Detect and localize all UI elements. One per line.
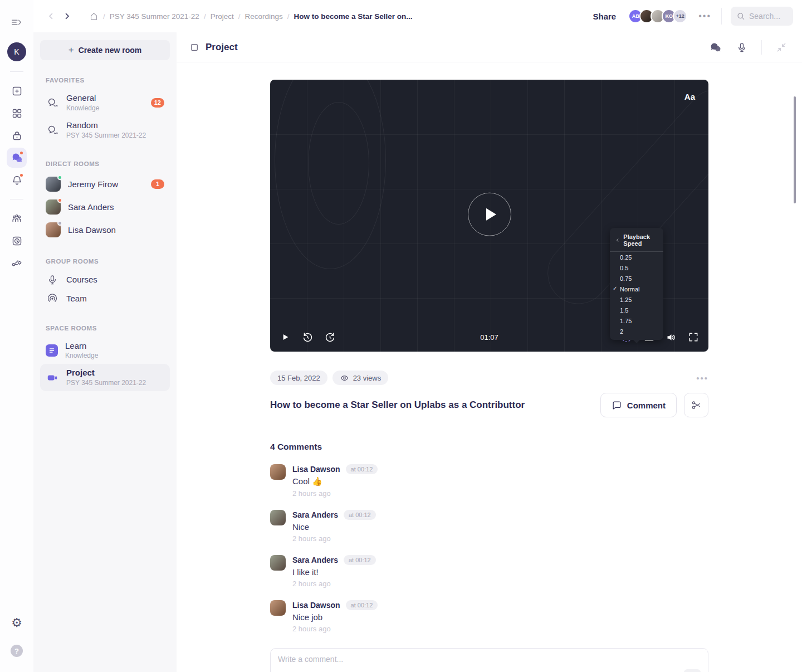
sidebar-toggle-button[interactable] bbox=[7, 12, 27, 32]
avatar bbox=[46, 177, 61, 192]
video-more-options-icon[interactable]: ••• bbox=[696, 373, 708, 383]
comment-composer[interactable] bbox=[270, 648, 708, 672]
back-button[interactable] bbox=[43, 8, 59, 24]
help-button[interactable]: ? bbox=[7, 641, 27, 661]
speed-menu-title: Playback Speed bbox=[623, 233, 658, 247]
window-scrollbar[interactable] bbox=[794, 96, 796, 203]
checkbox-icon[interactable] bbox=[190, 43, 199, 52]
more-options-icon[interactable]: ••• bbox=[698, 11, 711, 21]
podcast-icon bbox=[46, 293, 59, 304]
comment-age: 2 hours ago bbox=[292, 534, 376, 543]
comment-author: Sara Anders bbox=[292, 510, 338, 519]
room-name: Team bbox=[66, 294, 87, 303]
main-scroll-area[interactable]: Aa bbox=[177, 62, 802, 672]
search-box[interactable] bbox=[731, 7, 793, 26]
chat-bubbles-icon bbox=[46, 97, 59, 109]
speed-option-05[interactable]: 0.5 bbox=[610, 262, 663, 273]
play-button[interactable] bbox=[278, 330, 292, 344]
sidebar-item-jeremy-firow[interactable]: Jeremy Firow 1 bbox=[40, 173, 170, 196]
clip-button[interactable] bbox=[684, 393, 708, 417]
share-button[interactable]: Share bbox=[593, 12, 616, 21]
sidebar-item-project[interactable]: Project PSY 345 Summer 2021-22 bbox=[40, 364, 170, 391]
playback-speed-menu: Playback Speed 0.25 0.5 0.75 ✓ Normal 1.… bbox=[610, 228, 663, 340]
avatar bbox=[46, 199, 61, 215]
chat-bubble-icon bbox=[46, 124, 59, 136]
section-space-rooms: SPACE ROOMS bbox=[46, 325, 164, 332]
app-window: K bbox=[0, 0, 802, 672]
send-comment-button[interactable] bbox=[684, 669, 701, 672]
forward-button[interactable] bbox=[59, 8, 75, 24]
create-room-button[interactable]: + Create new room bbox=[40, 40, 170, 60]
video-meta-row: 15 Feb, 2022 23 views ••• bbox=[270, 371, 708, 385]
sidebar-item-learn[interactable]: Learn Knowledge bbox=[40, 337, 170, 364]
comment-age: 2 hours ago bbox=[292, 489, 378, 498]
workflow-icon bbox=[11, 257, 23, 269]
dashboard-button[interactable] bbox=[7, 103, 27, 123]
breadcrumb-separator: / bbox=[287, 12, 290, 21]
play-overlay-button[interactable] bbox=[468, 193, 511, 236]
private-rooms-button[interactable] bbox=[7, 125, 27, 145]
speed-option-025[interactable]: 0.25 bbox=[610, 252, 663, 262]
user-avatar[interactable]: K bbox=[7, 42, 26, 61]
integrations-button[interactable] bbox=[7, 253, 27, 273]
unread-badge: 1 bbox=[151, 179, 164, 189]
rewind-button[interactable] bbox=[300, 330, 315, 344]
speed-option-normal[interactable]: ✓ Normal bbox=[610, 284, 663, 294]
room-chat-button[interactable] bbox=[708, 40, 722, 55]
topbar-right: Share AB KO +12 ••• bbox=[593, 7, 793, 26]
video-watermark-label: Aa bbox=[684, 92, 695, 101]
speed-option-2[interactable]: 2 bbox=[610, 326, 663, 337]
sidebar-item-general[interactable]: General Knowledge 12 bbox=[40, 89, 170, 116]
video-title-row: How to become a Star Seller on Uplabs as… bbox=[270, 393, 708, 417]
speed-option-175[interactable]: 1.75 bbox=[610, 315, 663, 326]
comment-input[interactable] bbox=[278, 655, 701, 664]
speed-option-15[interactable]: 1.5 bbox=[610, 305, 663, 315]
page-title: Project bbox=[206, 42, 238, 53]
check-icon: ✓ bbox=[613, 285, 617, 291]
help-icon: ? bbox=[11, 645, 23, 657]
search-input[interactable] bbox=[749, 12, 788, 21]
chevron-left-icon bbox=[615, 237, 619, 243]
menu-caret bbox=[633, 340, 640, 343]
members-button[interactable] bbox=[7, 208, 27, 228]
status-online-dot bbox=[57, 175, 62, 180]
comment-timestamp-link[interactable]: at 00:12 bbox=[346, 600, 378, 610]
breadcrumb-item-recordings[interactable]: Recordings bbox=[244, 12, 282, 21]
speed-option-125[interactable]: 1.25 bbox=[610, 294, 663, 305]
speed-menu-header[interactable]: Playback Speed bbox=[610, 232, 663, 252]
room-name: Jeremy Firow bbox=[68, 179, 118, 189]
room-subtitle: PSY 345 Summer 2021-22 bbox=[66, 379, 146, 387]
comment-timestamp-link[interactable]: at 00:12 bbox=[344, 510, 376, 520]
volume-button[interactable] bbox=[664, 330, 678, 344]
comment-button[interactable]: Comment bbox=[600, 393, 677, 417]
speed-option-075[interactable]: 0.75 bbox=[610, 273, 663, 284]
comment-timestamp-link[interactable]: at 00:12 bbox=[344, 555, 376, 565]
settings-button[interactable]: ⚙ bbox=[7, 613, 27, 633]
video-date: 15 Feb, 2022 bbox=[277, 374, 320, 382]
sidebar-item-sara-anders[interactable]: Sara Anders bbox=[40, 196, 170, 218]
member-avatar-stack[interactable]: AB KO +12 bbox=[628, 9, 687, 23]
avatar-overflow-count: +12 bbox=[673, 9, 687, 23]
content-row: + Create new room FAVORITES General Know… bbox=[33, 32, 802, 672]
collapse-panel-icon[interactable] bbox=[774, 40, 789, 55]
breadcrumb-item-project[interactable]: Project bbox=[211, 12, 234, 21]
notifications-button[interactable] bbox=[7, 170, 27, 190]
sidebar-item-random[interactable]: Random PSY 345 Summer 2021-22 bbox=[40, 116, 170, 144]
chats-button[interactable] bbox=[7, 148, 27, 168]
new-item-button[interactable] bbox=[7, 81, 27, 101]
sidebar-item-lisa-dawson[interactable]: Lisa Dawson bbox=[40, 218, 170, 241]
breadcrumb-separator: / bbox=[103, 12, 105, 21]
room-mic-button[interactable] bbox=[735, 40, 749, 55]
comment-item: Sara Anders at 00:12 I like it! 2 hours … bbox=[270, 555, 708, 588]
scissors-icon bbox=[691, 400, 702, 411]
comment-timestamp-link[interactable]: at 00:12 bbox=[346, 464, 378, 474]
video-player[interactable]: Aa bbox=[270, 80, 708, 352]
home-icon[interactable] bbox=[89, 12, 99, 21]
breadcrumb-item-space[interactable]: PSY 345 Summer 2021-22 bbox=[110, 12, 199, 21]
schedule-button[interactable] bbox=[7, 231, 27, 251]
sidebar-item-courses[interactable]: Courses bbox=[40, 270, 170, 289]
fullscreen-button[interactable] bbox=[686, 330, 701, 344]
forward-button[interactable] bbox=[322, 330, 337, 344]
divider bbox=[10, 199, 23, 199]
sidebar-item-team[interactable]: Team bbox=[40, 289, 170, 308]
